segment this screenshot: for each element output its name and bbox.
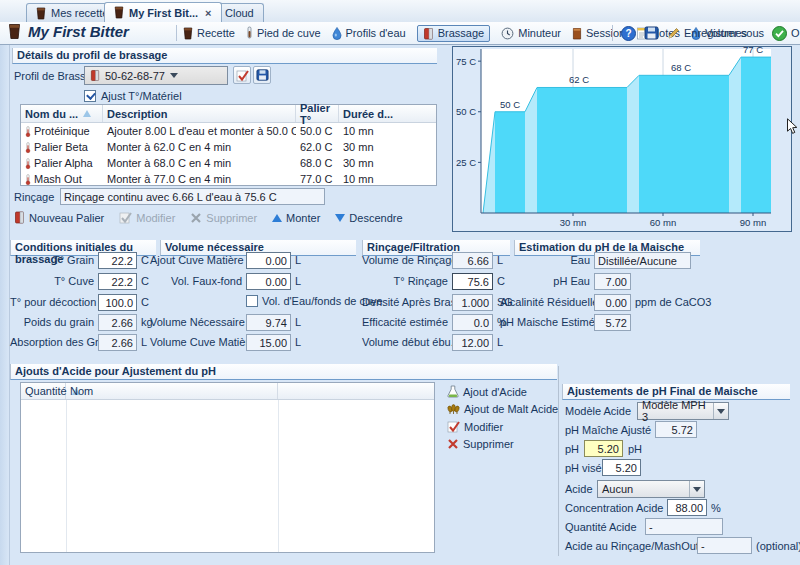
- wheat-grain-icon: [447, 403, 460, 415]
- save-icon[interactable]: [644, 26, 659, 40]
- help-icon[interactable]: ?: [621, 26, 636, 41]
- section-title-profil: Détails du profil de brassage: [12, 48, 437, 64]
- add-acid-button[interactable]: Ajout d'Acide: [447, 385, 558, 398]
- nav-profils-eau-button[interactable]: Profils d'eau: [332, 27, 406, 40]
- mouse-cursor: [786, 118, 798, 135]
- close-icon[interactable]: ×: [205, 7, 211, 19]
- ph-unit: pH: [628, 441, 642, 458]
- quantite-acide-label: Quantité Acide: [565, 519, 637, 536]
- mash-tun-icon: [14, 211, 25, 224]
- densite-field: 1.000: [452, 294, 493, 311]
- volume-cuve-field: 15.00: [246, 334, 291, 351]
- profil-brassage-label: Profil de Brassage: [14, 68, 80, 85]
- nav-brassage-button[interactable]: Brassage: [417, 25, 490, 42]
- move-down-button[interactable]: Descendre: [335, 212, 402, 224]
- ph-vise-field[interactable]: 5.20: [602, 459, 641, 476]
- t-cuve-unit: C: [141, 273, 149, 290]
- delete-acid-button[interactable]: Supprimer: [447, 438, 558, 450]
- ajout-cuve-field[interactable]: 0.00: [246, 252, 291, 269]
- ph-maische-estime-field: 5.72: [594, 314, 631, 331]
- section-title-acid: Ajouts d'Acide pour Ajustement du pH: [10, 364, 557, 380]
- delete-step-button[interactable]: Supprimer: [190, 212, 257, 224]
- table-row[interactable]: Palier Alpha Monter à 68.0 C en 4 min 68…: [21, 155, 436, 171]
- t-rincage-field[interactable]: 75.6: [452, 273, 493, 290]
- column-header-description[interactable]: Description: [103, 105, 296, 122]
- pencil-icon: [667, 27, 680, 40]
- nav-minuteur-button[interactable]: Minuteur: [501, 27, 561, 40]
- ph-field[interactable]: 5.20: [584, 440, 623, 457]
- beer-mug-icon: [8, 23, 21, 40]
- absorption-field: 2.66: [98, 334, 137, 351]
- column-header-nom-acide[interactable]: Nom: [66, 383, 278, 399]
- acide-select[interactable]: Aucun: [597, 480, 705, 498]
- nav-pied-de-cuve-button[interactable]: Pied de cuve: [246, 26, 321, 40]
- faux-fond-unit: L: [295, 273, 301, 290]
- acide-label: Acide: [565, 481, 593, 498]
- column-header-palier[interactable]: Palier T°: [296, 105, 339, 122]
- ajout-cuve-unit: L: [295, 252, 301, 269]
- t-grain-label: T° Grain: [10, 252, 94, 269]
- acid-buttons: Ajout d'Acide Ajout de Malt Acide Modifi…: [447, 385, 558, 450]
- ph-vise-label: pH visé: [565, 460, 602, 477]
- ph-ajuste-label: pH Maîche Ajusté: [565, 422, 651, 439]
- ok-check-icon: [772, 26, 787, 41]
- beer-mug-icon: [572, 27, 582, 40]
- save-profile-button[interactable]: [253, 66, 271, 84]
- ok-label: OK: [791, 27, 800, 39]
- move-up-button[interactable]: Monter: [272, 212, 320, 224]
- new-step-button[interactable]: Nouveau Palier: [14, 211, 104, 224]
- page-title: My First Bitter: [28, 23, 129, 40]
- edit-step-button[interactable]: Modifier: [119, 211, 175, 224]
- toolbar-separator: [612, 25, 613, 41]
- left-gutter: [0, 45, 10, 565]
- nav-label: Pied de cuve: [257, 27, 321, 39]
- column-header-quantite[interactable]: Quantité: [21, 383, 66, 399]
- edit-acid-button[interactable]: Modifier: [447, 420, 558, 433]
- column-header-duree[interactable]: Durée d...: [339, 105, 436, 122]
- rincage-label: Rinçage: [14, 189, 58, 206]
- table-row[interactable]: Mash Out Monter à 77.0 C en 4 min 77.0 C…: [21, 171, 436, 187]
- t-rincage-label: T° Rinçage: [362, 273, 448, 290]
- svg-text:?: ?: [625, 28, 631, 39]
- beer-mug-icon: [183, 27, 193, 40]
- profil-combo-value: 50-62-68-77: [105, 70, 165, 82]
- acide-value: Aucun: [602, 483, 633, 495]
- rincage-field[interactable]: Rinçage continu avec 6.66 L d'eau à 75.6…: [60, 188, 325, 205]
- faux-fond-field[interactable]: 0.00: [246, 273, 291, 290]
- add-acid-malt-button[interactable]: Ajout de Malt Acide: [447, 403, 558, 415]
- t-grain-field[interactable]: 22.2: [98, 252, 137, 269]
- ok-button[interactable]: OK: [772, 26, 800, 41]
- thermometer-icon: [25, 157, 31, 170]
- tab-label: My First Bit...: [129, 7, 198, 19]
- table-row[interactable]: Protéinique Ajouter 8.00 L d'eau et mont…: [21, 123, 436, 139]
- test-tube-icon: [246, 26, 253, 40]
- volume-cuve-label: Volume Cuve Matière: [150, 334, 242, 351]
- ajust-materiel-label: Ajust T°/Matériel: [101, 90, 182, 102]
- t-decoction-unit: C: [141, 294, 149, 311]
- toolbar-separator: [176, 25, 177, 41]
- volume-ebu-unit: L: [497, 334, 503, 351]
- table-row[interactable]: Palier Beta Monter à 62.0 C en 4 min 62.…: [21, 139, 436, 155]
- faux-fond-label: Vol. Faux-fond: [150, 273, 242, 290]
- edit-profile-button[interactable]: [233, 66, 251, 84]
- column-header-nom[interactable]: Nom du ...: [21, 105, 103, 122]
- profil-brassage-combo[interactable]: 50-62-68-77: [84, 66, 228, 85]
- edit-check-icon: [236, 69, 249, 82]
- save-as-label: Enregistrer sous: [684, 27, 764, 39]
- mash-tun-icon: [423, 27, 434, 40]
- nav-recette-button[interactable]: Recette: [183, 27, 235, 40]
- t-decoction-field[interactable]: 100.0: [98, 294, 137, 311]
- save-as-button[interactable]: Enregistrer sous: [667, 27, 764, 40]
- volume-necessaire-label: Volume Nécessaire: [150, 314, 242, 331]
- modele-acide-select[interactable]: Modèle MPH 3: [637, 402, 729, 420]
- tab-my-first-bitter[interactable]: My First Bit... ×: [104, 2, 222, 22]
- t-cuve-field[interactable]: 22.2: [98, 273, 137, 290]
- alcalinite-unit: ppm de CaCO3: [635, 294, 711, 311]
- eau-label: Eau: [500, 252, 590, 269]
- ajust-materiel-checkbox[interactable]: Ajust T°/Matériel: [84, 90, 182, 102]
- concentration-field[interactable]: 88.00: [667, 499, 707, 516]
- tab-label: Cloud: [225, 7, 254, 19]
- svg-text:60 mn: 60 mn: [650, 217, 676, 228]
- checkbox-icon: [84, 90, 96, 102]
- svg-text:25 C: 25 C: [456, 157, 476, 168]
